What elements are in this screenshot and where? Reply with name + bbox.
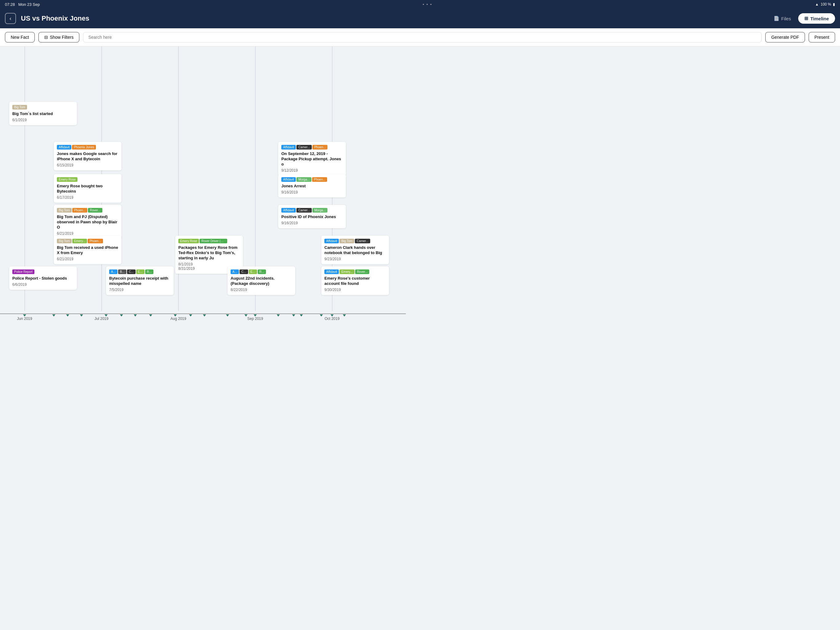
timeline-marker <box>134 314 137 317</box>
tag: Affidavit <box>281 145 296 149</box>
tag: Emery... <box>339 269 354 274</box>
status-center: • • • <box>423 2 432 7</box>
fact-card-positive-id[interactable]: AffidavitCamer...Morga...Positive ID of … <box>278 205 346 228</box>
tag: R... <box>257 269 266 274</box>
tag: Rover... <box>88 208 102 212</box>
fact-card-jones-google[interactable]: AffidavitPhoenix JonesJones makes Google… <box>54 142 122 171</box>
tag: Camer... <box>355 239 370 243</box>
tag: Police Report <box>12 269 35 274</box>
tag: Phoenix Jones <box>72 145 96 149</box>
generate-pdf-button[interactable]: Generate PDF <box>765 32 805 43</box>
fact-card-bigtom-pj-pawn[interactable]: Big TomPhoen...Rover...Big Tom and PJ (D… <box>54 205 122 239</box>
fact-card-title: Positive ID of Phoenix Jones <box>281 214 343 220</box>
tag: Rover Driver (Bil... <box>199 239 227 243</box>
axis-label: Aug 2019 <box>171 317 186 321</box>
tag-row: AffidavitEmery...Rover... <box>324 269 386 274</box>
fact-card-emery-account[interactable]: AffidavitEmery...Rover...Emery Rose's cu… <box>321 266 389 295</box>
tag: C... <box>240 269 248 274</box>
tag: E... <box>249 269 257 274</box>
fact-card-date: 8/22/2019 <box>231 288 292 292</box>
battery-icon: ▮ <box>833 2 835 6</box>
tag: Morga... <box>313 208 327 212</box>
timeline-marker <box>66 314 69 317</box>
axis-label: Jun 2019 <box>17 317 32 321</box>
tag: Big Tom <box>339 239 354 243</box>
timeline-marker <box>300 314 303 317</box>
timeline-marker <box>245 314 248 317</box>
timeline-marker <box>52 314 55 317</box>
fact-card-emery-rose-btc[interactable]: Emery RoseEmery Rose bought two Bytecoin… <box>54 174 122 203</box>
fact-card-date: 6/6/2019 <box>12 282 74 287</box>
fact-card-jones-arrest[interactable]: AffidavitMorga...Phoen...Jones Arrest9/1… <box>278 174 346 198</box>
fact-card-date: 6/15/2019 <box>57 163 118 167</box>
wifi-icon: ▲ <box>815 2 819 6</box>
fact-card-date: 9/16/2019 <box>281 221 343 225</box>
timeline-marker <box>277 314 280 317</box>
tag: Camer... <box>297 208 312 212</box>
fact-card-bigtom-iphone[interactable]: Big TomEmery...Phoen...Big Tom received … <box>54 236 122 264</box>
timeline-marker <box>203 314 206 317</box>
fact-card-police-report[interactable]: Police ReportPolice Report - Stolen good… <box>9 266 77 290</box>
show-filters-button[interactable]: ⊟ Show Filters <box>38 32 79 43</box>
tag-row: A...C...E...R... <box>231 269 292 274</box>
tag: Affidavit <box>281 208 296 212</box>
tag-row: AffidavitCamer...Morga... <box>281 208 343 212</box>
toolbar: New Fact ⊟ Show Filters Generate PDF Pre… <box>0 28 840 46</box>
timeline-icon: ⊞ <box>804 16 808 21</box>
fact-card-date: 6/21/2019 <box>57 257 118 261</box>
tag-row: Big Tom <box>12 105 74 109</box>
timeline-marker <box>174 314 177 317</box>
fact-card-aug22-incidents[interactable]: A...C...E...R...August 22nd incidents. (… <box>227 266 295 295</box>
fact-card-sep12-package[interactable]: AffidavitCamer...Phoen...On September 12… <box>278 142 346 176</box>
fact-card-title: Police Report - Stolen goods <box>12 276 74 281</box>
files-icon: 📄 <box>774 16 779 21</box>
tab-files[interactable]: 📄 Files <box>767 13 797 24</box>
fact-card-title: Emery Rose bought two Bytecoins <box>57 184 118 194</box>
tag-row: Big TomEmery...Phoen... <box>57 239 118 243</box>
tag: Phoen... <box>312 177 327 182</box>
fact-card-date: 6/1/2019 <box>12 118 74 122</box>
fact-card-title: Bytecoin purchase receipt with misspelle… <box>109 276 171 287</box>
fact-card-big-tom-list[interactable]: Big TomBig Tom´s list started6/1/2019 <box>9 102 77 125</box>
tag: Camer... <box>297 145 312 149</box>
fact-card-title: On September 12, 2019 - Package Pickup a… <box>281 151 343 167</box>
timeline-container[interactable]: Jun 2019Jul 2019Aug 2019Sep 2019Oct 2019… <box>0 46 840 627</box>
tag: E... <box>136 269 145 274</box>
timeline-marker <box>80 314 83 317</box>
fact-card-date: 9/30/2019 <box>324 288 386 292</box>
tag: Affidavit <box>57 145 71 149</box>
fact-card-date: 7/5/2019 <box>109 288 171 292</box>
present-label: Present <box>815 35 829 40</box>
status-time: 07:28 Mon 23 Sep <box>5 2 40 7</box>
tag: C... <box>127 269 136 274</box>
tag: Affidavit <box>324 239 339 243</box>
timeline-marker <box>330 314 333 317</box>
back-button[interactable]: ‹ <box>5 13 16 24</box>
timeline-marker <box>292 314 295 317</box>
tag: Big Tom <box>57 239 72 243</box>
tag: A... <box>109 269 117 274</box>
timeline-marker <box>343 314 346 317</box>
fact-card-bytecoin-receipt[interactable]: A...B...C...E...R...Bytecoin purchase re… <box>106 266 174 295</box>
fact-card-title: Big Tom and PJ (Disputed) observed in Pa… <box>57 214 118 230</box>
tag: Emery Rose <box>178 239 199 243</box>
fact-card-title: Jones Arrest <box>281 184 343 189</box>
new-fact-button[interactable]: New Fact <box>5 32 35 43</box>
tag: Rover... <box>355 269 369 274</box>
tag: Emery... <box>72 239 87 243</box>
battery-label: 100 % <box>821 2 831 6</box>
tag: A... <box>231 269 239 274</box>
search-input[interactable] <box>83 32 762 43</box>
tag-row: Emery Rose <box>57 177 118 182</box>
tag: Phoen... <box>72 208 87 212</box>
fact-card-title: Emery Rose's customer account file found <box>324 276 386 287</box>
fact-card-title: Big Tom´s list started <box>12 111 74 117</box>
timeline-marker <box>320 314 323 317</box>
new-fact-label: New Fact <box>11 35 29 40</box>
tag: Phoen... <box>313 145 327 149</box>
present-button[interactable]: Present <box>808 32 835 43</box>
tab-timeline[interactable]: ⊞ Timeline <box>798 13 835 24</box>
app-header: ‹ US vs Phoenix Jones 📄 Files ⊞ Timeline <box>0 9 840 28</box>
fact-card-cameron-notebook[interactable]: AffidavitBig TomCamer...Cameron Clark ha… <box>321 236 389 264</box>
status-bar: 07:28 Mon 23 Sep • • • ▲ 100 % ▮ <box>0 0 840 9</box>
